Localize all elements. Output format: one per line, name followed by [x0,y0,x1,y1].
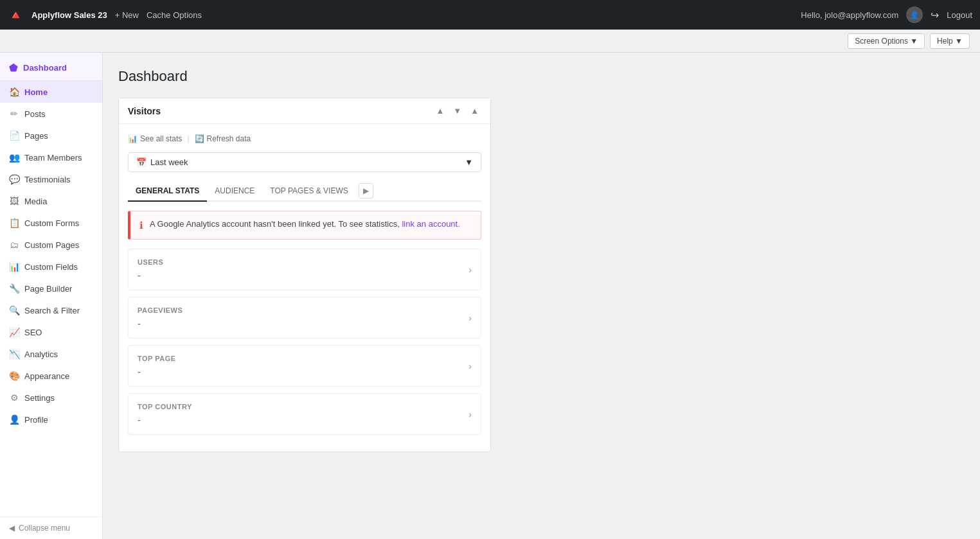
sidebar-analytics-label: Analytics [24,349,58,359]
widget-controls: ▲ ▼ ▲ [433,105,481,117]
widget-body: 📊 See all stats | 🔄 Refresh data 📅 Last … [119,124,490,452]
app-logo: 🔺 [8,7,24,22]
refresh-icon: 🔄 [195,134,204,143]
pageviews-arrow-icon: › [468,313,472,323]
top-option-bar: Screen Options ▼ Help ▼ [0,30,980,53]
sidebar-pages-label: Pages [24,131,48,141]
pages-icon: 📄 [9,130,19,141]
pageviews-stat-box[interactable]: PAGEVIEWS - › [128,297,481,339]
stats-links: 📊 See all stats | 🔄 Refresh data [128,134,481,143]
sidebar-item-custom-forms[interactable]: 📋 Custom Forms [0,212,102,234]
custom-pages-icon: 🗂 [9,240,19,250]
seo-icon: 📈 [9,327,19,337]
widget-header: Visitors ▲ ▼ ▲ [119,98,490,124]
team-members-icon: 👥 [9,152,19,163]
media-icon: 🖼 [9,196,19,206]
sidebar-item-media[interactable]: 🖼 Media [0,190,102,212]
cache-options-button[interactable]: Cache Options [147,10,202,20]
stats-tabs: GENERAL STATS AUDIENCE TOP PAGES & VIEWS… [128,181,481,202]
top-country-arrow-icon: › [468,409,472,420]
sidebar-header[interactable]: ⬟ Dashboard [0,53,102,81]
analytics-alert: ℹ A Google Analytics account hasn't been… [128,211,481,240]
sidebar-item-settings[interactable]: ⚙ Settings [0,387,102,409]
custom-forms-icon: 📋 [9,218,19,228]
posts-icon: ✏ [9,109,19,119]
sidebar-item-posts[interactable]: ✏ Posts [0,103,102,125]
page-builder-icon: 🔧 [9,283,19,294]
tab-top-pages-views[interactable]: TOP PAGES & VIEWS [262,181,355,202]
main-content: Dashboard Visitors ▲ ▼ ▲ 📊 See all stats [103,53,980,539]
sidebar-item-testimonials[interactable]: 💬 Testimonials [0,168,102,190]
screen-options-button[interactable]: Screen Options ▼ [848,33,925,49]
tab-general-stats[interactable]: GENERAL STATS [128,181,207,202]
page-title: Dashboard [118,68,965,85]
sidebar-testimonials-label: Testimonials [24,175,71,184]
sidebar-item-seo[interactable]: 📈 SEO [0,321,102,343]
dashboard-icon: ⬟ [9,62,18,74]
users-stat-box[interactable]: USERS - › [128,249,481,290]
top-page-stat-label: TOP PAGE [138,355,176,362]
help-button[interactable]: Help ▼ [930,33,970,49]
sidebar-item-custom-fields[interactable]: 📊 Custom Fields [0,256,102,278]
testimonials-icon: 💬 [9,174,19,184]
collapse-menu-label: Collapse menu [19,524,70,533]
see-all-stats-link[interactable]: 📊 See all stats [128,134,182,143]
chart-icon: 📊 [128,134,138,143]
sidebar-home-label: Home [24,87,48,97]
date-period-selector[interactable]: 📅 Last week ▼ [128,152,481,172]
top-page-stat-value: - [138,366,176,377]
widget-collapse-down-button[interactable]: ▼ [450,105,464,117]
widget-hide-button[interactable]: ▲ [468,105,481,117]
sidebar-item-search-filter[interactable]: 🔍 Search & Filter [0,299,102,321]
widget-collapse-up-button[interactable]: ▲ [433,105,447,117]
visitors-widget: Visitors ▲ ▼ ▲ 📊 See all stats | 🔄 [118,98,491,452]
sidebar-custom-pages-label: Custom Pages [24,240,79,250]
chevron-down-icon: ▼ [465,157,473,167]
sidebar-item-analytics[interactable]: 📉 Analytics [0,343,102,365]
refresh-data-link[interactable]: 🔄 Refresh data [195,134,251,143]
top-page-stat-box[interactable]: TOP PAGE - › [128,345,481,387]
users-arrow-icon: › [468,265,472,275]
sidebar-seo-label: SEO [24,328,42,337]
sidebar-item-home[interactable]: 🏠 Home [0,81,102,103]
logout-icon[interactable]: ↪ [931,9,939,21]
calendar-icon: 📅 [136,157,147,167]
pageviews-stat-value: - [138,318,183,329]
sidebar-custom-fields-label: Custom Fields [24,262,78,272]
sidebar-team-members-label: Team Members [24,153,82,163]
user-avatar: 👤 [906,6,923,23]
sidebar-item-profile[interactable]: 👤 Profile [0,409,102,430]
analytics-icon: 📉 [9,349,19,359]
sidebar-item-team-members[interactable]: 👥 Team Members [0,146,102,168]
top-country-stat-label: TOP COUNTRY [138,403,192,411]
widget-title: Visitors [128,106,161,116]
tab-more-button[interactable]: ▶ [359,183,373,199]
sidebar-item-pages[interactable]: 📄 Pages [0,125,102,146]
logout-button[interactable]: Logout [947,10,972,20]
profile-icon: 👤 [9,414,19,425]
link-account-link[interactable]: link an account. [402,219,459,229]
site-name: Applyflow Sales 23 [31,10,107,20]
sidebar-custom-forms-label: Custom Forms [24,218,79,228]
search-filter-icon: 🔍 [9,305,19,315]
tab-audience[interactable]: AUDIENCE [207,181,262,202]
home-icon: 🏠 [9,87,19,97]
sidebar-item-custom-pages[interactable]: 🗂 Custom Pages [0,234,102,256]
sidebar-settings-label: Settings [24,393,55,403]
top-country-stat-box[interactable]: TOP COUNTRY - › [128,393,481,435]
sidebar-media-label: Media [24,197,47,206]
sidebar-appearance-label: Appearance [24,371,69,381]
sidebar: ⬟ Dashboard 🏠 Home ✏ Posts 📄 Pages 👥 Tea… [0,53,103,539]
custom-fields-icon: 📊 [9,261,19,272]
collapse-menu-button[interactable]: ◀ Collapse menu [0,517,102,539]
sidebar-item-page-builder[interactable]: 🔧 Page Builder [0,278,102,299]
sidebar-item-appearance[interactable]: 🎨 Appearance [0,365,102,387]
new-button[interactable]: + New [115,10,139,20]
sidebar-search-filter-label: Search & Filter [24,306,80,315]
alert-message: A Google Analytics account hasn't been l… [150,219,400,229]
appearance-icon: 🎨 [9,371,19,381]
pageviews-stat-label: PAGEVIEWS [138,306,183,314]
collapse-icon: ◀ [9,524,15,533]
admin-bar: 🔺 Applyflow Sales 23 + New Cache Options… [0,0,980,30]
user-greeting: Hello, jolo@applyflow.com [801,10,898,20]
